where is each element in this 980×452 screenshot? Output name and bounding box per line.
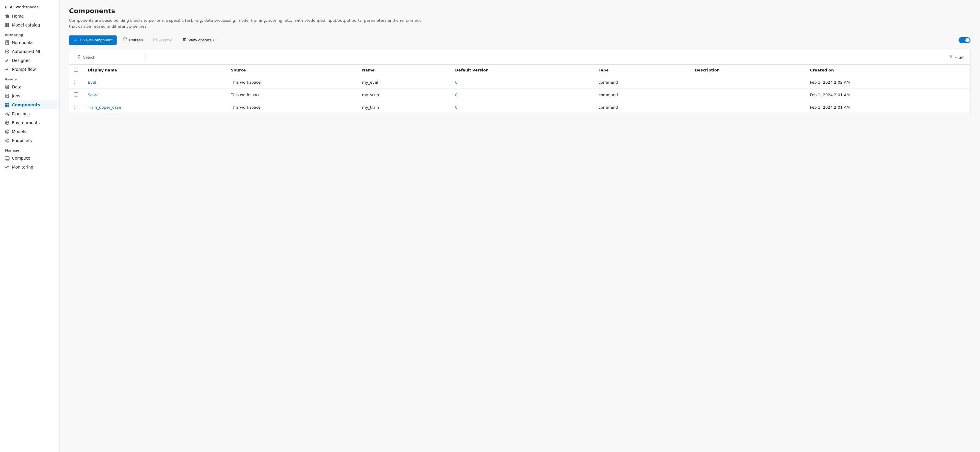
new-component-button[interactable]: ＋ + New Component — [69, 35, 117, 45]
cell-source: This workspace — [226, 101, 357, 114]
sidebar-item-components[interactable]: Components — [0, 101, 59, 109]
endpoints-icon — [5, 138, 10, 143]
header-created-on: Created on — [805, 65, 970, 76]
cell-default-version[interactable]: 0 — [450, 101, 594, 114]
cell-type: command — [594, 89, 690, 101]
svg-point-21 — [6, 131, 8, 133]
archive-button[interactable]: Archive — [149, 35, 176, 45]
header-name: Name — [357, 65, 450, 76]
version-link[interactable]: 0 — [455, 105, 458, 110]
cell-display-name[interactable]: Score — [83, 89, 226, 101]
cell-default-version[interactable]: 0 — [450, 89, 594, 101]
toggle-switch[interactable] — [959, 37, 970, 43]
sidebar-item-endpoints-label: Endpoints — [12, 138, 32, 143]
search-input-wrapper[interactable] — [74, 53, 145, 61]
page-description: Components are basic building blocks to … — [69, 18, 426, 29]
sidebar-item-home-label: Home — [12, 14, 24, 18]
prompt-flow-icon — [5, 67, 10, 72]
designer-icon — [5, 58, 10, 63]
row-checkbox-cell — [69, 101, 83, 114]
cell-name: my_eval — [357, 76, 450, 89]
search-input[interactable] — [83, 55, 142, 59]
display-name-link[interactable]: Score — [88, 93, 99, 97]
version-link[interactable]: 0 — [455, 93, 458, 97]
row-checkbox-0[interactable] — [74, 80, 78, 84]
jobs-icon — [5, 94, 10, 98]
sidebar-item-data[interactable]: Data — [0, 83, 59, 91]
sidebar-item-environments[interactable]: Environments — [0, 118, 59, 127]
row-checkbox-2[interactable] — [74, 105, 78, 109]
sidebar-item-models-label: Models — [12, 129, 26, 134]
sidebar-item-pipelines[interactable]: Pipelines — [0, 109, 59, 118]
sidebar-item-automated-ml-label: Automated ML — [12, 49, 41, 54]
cell-created-on: Feb 1, 2024 2:02 AM — [805, 76, 970, 89]
manage-section-label: Manage — [0, 145, 59, 153]
display-name-link[interactable]: Train_upper_case — [88, 105, 121, 110]
svg-rect-1 — [8, 23, 9, 25]
assets-section-label: Assets — [0, 74, 59, 83]
display-name-link[interactable]: Eval — [88, 80, 96, 85]
sidebar-item-monitoring-label: Monitoring — [12, 165, 33, 169]
row-checkbox-1[interactable] — [74, 92, 78, 96]
sidebar-item-home[interactable]: Home — [0, 11, 59, 21]
svg-line-35 — [80, 57, 81, 58]
compute-icon — [5, 156, 10, 160]
header-description: Description — [690, 65, 805, 76]
pipelines-icon — [5, 111, 10, 116]
sidebar-item-jobs[interactable]: Jobs — [0, 91, 59, 101]
sidebar-item-designer[interactable]: Designer — [0, 56, 59, 65]
components-icon — [5, 102, 10, 107]
sidebar-item-notebooks[interactable]: Notebooks — [0, 38, 59, 47]
page-title: Components — [69, 7, 970, 14]
authoring-section-label: Authoring — [0, 29, 59, 38]
filter-button[interactable]: Filter — [947, 53, 966, 61]
svg-point-23 — [6, 140, 8, 141]
sidebar-item-prompt-flow[interactable]: Prompt flow — [0, 65, 59, 74]
sidebar-item-data-label: Data — [12, 85, 21, 89]
svg-rect-29 — [153, 38, 157, 39]
monitoring-icon — [5, 165, 10, 169]
archive-label: Archive — [159, 38, 172, 42]
row-checkbox-cell — [69, 76, 83, 89]
toolbar: ＋ + New Component Refresh Archive View o… — [69, 35, 970, 45]
back-arrow-icon: ← — [5, 5, 8, 9]
table-row: Eval This workspace my_eval 0 command Fe… — [69, 76, 970, 89]
sidebar-item-environments-label: Environments — [12, 120, 40, 125]
view-options-label: View options — [188, 38, 211, 42]
row-checkbox-cell — [69, 89, 83, 101]
svg-rect-3 — [8, 25, 9, 27]
version-link[interactable]: 0 — [455, 80, 458, 85]
toggle-container — [959, 37, 970, 43]
refresh-icon — [123, 38, 127, 43]
sidebar-item-jobs-label: Jobs — [12, 94, 20, 98]
sidebar-item-components-label: Components — [12, 102, 40, 107]
sidebar-item-automated-ml[interactable]: Automated ML — [0, 47, 59, 56]
cell-created-on: Feb 1, 2024 2:01 AM — [805, 89, 970, 101]
svg-rect-2 — [5, 25, 7, 27]
view-options-icon — [182, 38, 186, 43]
all-workspaces-label: All workspaces — [10, 5, 39, 9]
sidebar-item-models[interactable]: Models — [0, 127, 59, 136]
all-workspaces-back[interactable]: ← All workspaces — [0, 2, 59, 11]
view-options-button[interactable]: View options ▾ — [178, 35, 218, 45]
cell-default-version[interactable]: 0 — [450, 76, 594, 89]
sidebar-item-model-catalog[interactable]: Model catalog — [0, 21, 59, 29]
plus-icon: ＋ — [73, 38, 77, 43]
home-icon — [5, 14, 10, 18]
cell-display-name[interactable]: Eval — [83, 76, 226, 89]
search-bar: Filter — [69, 50, 970, 65]
sidebar-item-notebooks-label: Notebooks — [12, 40, 33, 45]
sidebar-item-endpoints[interactable]: Endpoints — [0, 136, 59, 145]
select-all-checkbox[interactable] — [74, 68, 78, 72]
header-type: Type — [594, 65, 690, 76]
cell-name: my_train — [357, 101, 450, 114]
svg-point-22 — [5, 130, 9, 133]
sidebar-item-monitoring[interactable]: Monitoring — [0, 163, 59, 171]
sidebar: ← All workspaces Home Model catalog Auth… — [0, 0, 59, 452]
cell-display-name[interactable]: Train_upper_case — [83, 101, 226, 114]
sidebar-item-compute[interactable]: Compute — [0, 153, 59, 163]
refresh-button[interactable]: Refresh — [119, 35, 147, 45]
svg-point-17 — [8, 114, 9, 115]
svg-point-16 — [8, 112, 9, 113]
cell-created-on: Feb 1, 2024 2:01 AM — [805, 101, 970, 114]
